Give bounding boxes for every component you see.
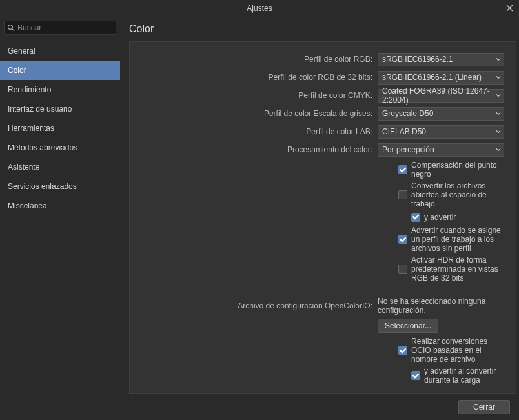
- hdr-checkbox[interactable]: [398, 265, 407, 274]
- rgb32-profile-select[interactable]: sRGB IEC61966-2.1 (Linear): [378, 71, 504, 85]
- ocio-name-warn-checkbox[interactable]: [411, 371, 420, 380]
- sidebar-item-miscelanea[interactable]: Miscelánea: [0, 196, 120, 215]
- rgb-profile-label: Perfil de color RGB:: [145, 55, 378, 64]
- grey-profile-label: Perfil de color Escala de grises:: [145, 109, 378, 118]
- sidebar-item-servicios[interactable]: Servicios enlazados: [0, 177, 120, 196]
- section-title: Color: [129, 23, 516, 35]
- assoc-alpha-label: Asociar canales alfa OpenEXR: [411, 392, 504, 394]
- rgb-profile-select[interactable]: sRGB IEC61966-2.1: [378, 53, 504, 66]
- main-pane: Color Perfil de color RGB: sRGB IEC61966…: [120, 17, 519, 394]
- cmyk-profile-select[interactable]: Coated FOGRA39 (ISO 12647-2:2004): [378, 89, 504, 103]
- search-icon: [7, 24, 15, 32]
- ocio-name-checkbox[interactable]: [398, 346, 407, 355]
- titlebar: Ajustes: [0, 0, 519, 17]
- bpc-label: Compensación del punto negro: [411, 161, 504, 179]
- chevron-down-icon: [496, 55, 501, 64]
- grey-profile-select[interactable]: Greyscale D50: [378, 107, 504, 121]
- rendering-intent-label: Procesamiento del color:: [145, 145, 378, 154]
- search-field[interactable]: [4, 21, 116, 35]
- convert-warn-label: y advertir: [424, 213, 456, 222]
- footer: Cerrar: [0, 394, 519, 420]
- chevron-down-icon: [496, 73, 501, 82]
- chevron-down-icon: [496, 91, 501, 100]
- chevron-down-icon: [496, 109, 501, 118]
- sidebar-item-herramientas[interactable]: Herramientas: [0, 119, 120, 138]
- ocio-config-value: No se ha seleccionado ninguna configurac…: [378, 297, 504, 315]
- sidebar-item-asistente[interactable]: Asistente: [0, 157, 120, 177]
- warn-assign-checkbox[interactable]: [398, 235, 407, 244]
- cmyk-profile-value: Coated FOGRA39 (ISO 12647-2:2004): [382, 86, 492, 105]
- rendering-intent-select[interactable]: Por percepción: [378, 143, 504, 157]
- rgb-profile-value: sRGB IEC61966-2.1: [382, 55, 453, 64]
- svg-point-0: [8, 25, 13, 30]
- sidebar-item-color[interactable]: Color: [0, 61, 120, 80]
- ocio-name-warn-label: y advertir al convertir durante la carga: [424, 366, 504, 385]
- rgb32-profile-label: Perfil de color RGB de 32 bits:: [145, 73, 378, 82]
- bpc-checkbox[interactable]: [398, 165, 407, 174]
- lab-profile-label: Perfil de color LAB:: [145, 127, 378, 136]
- sidebar-item-interfaz[interactable]: Interfaz de usuario: [0, 99, 120, 119]
- lab-profile-select[interactable]: CIELAB D50: [378, 125, 504, 139]
- close-button[interactable]: Cerrar: [458, 400, 510, 414]
- close-icon[interactable]: [504, 2, 515, 14]
- rendering-intent-value: Por percepción: [382, 145, 434, 154]
- cmyk-profile-label: Perfil de color CMYK:: [145, 91, 378, 100]
- rgb32-profile-value: sRGB IEC61966-2.1 (Linear): [382, 73, 482, 82]
- svg-line-1: [12, 29, 14, 31]
- chevron-down-icon: [496, 145, 501, 154]
- ocio-name-label: Realizar conversiones OCIO basadas en el…: [411, 337, 504, 364]
- warn-assign-label: Advertir cuando se asigne un perfil de t…: [411, 226, 504, 253]
- ocio-config-label: Archivo de configuración OpenColorIO:: [145, 301, 378, 310]
- ocio-select-button[interactable]: Seleccionar...: [378, 319, 438, 333]
- sidebar-item-rendimiento[interactable]: Rendimiento: [0, 80, 120, 99]
- chevron-down-icon: [496, 127, 501, 136]
- hdr-label: Activar HDR de forma predeterminada en v…: [411, 255, 504, 283]
- convert-checkbox[interactable]: [398, 190, 407, 199]
- grey-profile-value: Greyscale D50: [382, 109, 433, 118]
- settings-panel: Perfil de color RGB: sRGB IEC61966-2.1 P…: [129, 41, 516, 394]
- convert-warn-checkbox[interactable]: [411, 213, 420, 222]
- sidebar-nav: General Color Rendimiento Interfaz de us…: [0, 41, 120, 215]
- sidebar-item-general[interactable]: General: [0, 41, 120, 61]
- convert-label: Convertir los archivos abiertos al espac…: [411, 181, 504, 208]
- sidebar-item-metodos[interactable]: Métodos abreviados: [0, 138, 120, 157]
- search-input[interactable]: [17, 23, 114, 32]
- sidebar: General Color Rendimiento Interfaz de us…: [0, 17, 120, 394]
- lab-profile-value: CIELAB D50: [382, 127, 426, 136]
- window-title: Ajustes: [247, 4, 272, 13]
